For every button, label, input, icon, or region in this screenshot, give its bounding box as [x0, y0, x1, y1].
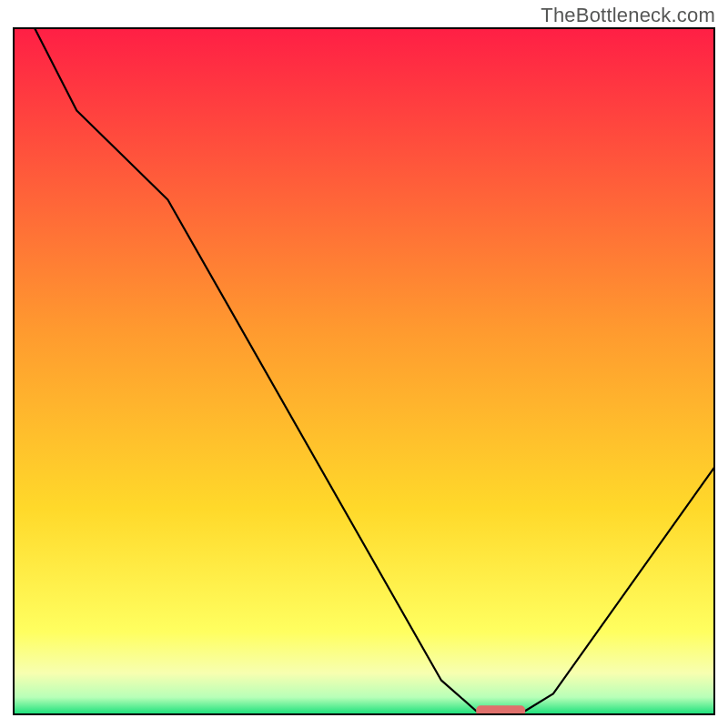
gradient-background — [14, 28, 714, 714]
chart-svg — [13, 27, 715, 715]
attribution-text: TheBottleneck.com — [541, 4, 715, 27]
chart-area — [13, 27, 715, 715]
